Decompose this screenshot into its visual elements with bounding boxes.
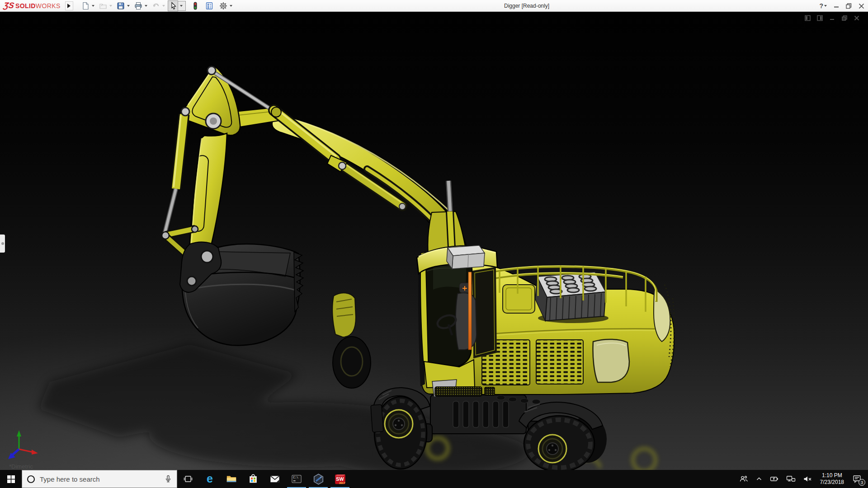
notification-badge: 3 bbox=[859, 479, 865, 486]
print-button[interactable] bbox=[132, 0, 143, 11]
people-icon bbox=[739, 475, 748, 483]
display-pane-icon[interactable] bbox=[817, 15, 823, 21]
solidworks-logo-works: WORKS bbox=[36, 2, 61, 9]
rebuild-button[interactable] bbox=[189, 0, 200, 11]
undo-button[interactable] bbox=[150, 0, 160, 11]
child-close-icon[interactable] bbox=[854, 15, 860, 21]
taskbar-search[interactable] bbox=[22, 470, 177, 488]
battery-button[interactable] bbox=[766, 470, 783, 488]
undo-dropdown[interactable] bbox=[162, 5, 165, 7]
svg-text:e: e bbox=[207, 473, 213, 485]
property-list-icon bbox=[205, 2, 213, 10]
solidworks-2017-icon: SW 2017 bbox=[335, 474, 346, 485]
rear-wheel[interactable] bbox=[519, 402, 607, 470]
orange-door-edge bbox=[468, 272, 472, 350]
taskbar-item-command-prompt[interactable]: C:\ bbox=[286, 470, 307, 488]
hexagon-app-icon bbox=[313, 474, 324, 485]
restore-button[interactable] bbox=[846, 3, 852, 9]
select-dropdown[interactable] bbox=[178, 1, 186, 11]
hidden-icons-button[interactable] bbox=[752, 470, 766, 488]
boom-mount[interactable] bbox=[428, 181, 467, 254]
open-dropdown[interactable] bbox=[109, 5, 112, 7]
store-icon bbox=[248, 474, 259, 484]
windows-logo-icon bbox=[7, 475, 15, 483]
action-center-button[interactable]: 3 bbox=[848, 470, 866, 488]
close-icon bbox=[859, 3, 864, 9]
save-icon bbox=[117, 2, 125, 10]
boom-head-pin bbox=[208, 66, 216, 75]
solidworks-logo: ƷS SOLID WORKS bbox=[0, 1, 65, 10]
taskbar-clock[interactable]: 1:10 PM 7/23/2018 bbox=[816, 472, 848, 486]
door-window bbox=[473, 267, 496, 358]
traffic-light-icon bbox=[191, 2, 199, 10]
document-title: Digger [Read-only] bbox=[504, 0, 549, 12]
volume-muted-icon bbox=[803, 475, 812, 483]
volume-button[interactable] bbox=[799, 470, 816, 488]
solidworks-window: ƷS SOLID WORKS bbox=[0, 0, 868, 488]
taskbar: e C:\ bbox=[0, 470, 868, 488]
view-orientation-label: *Dimetric bbox=[9, 463, 33, 470]
print-dropdown[interactable] bbox=[145, 5, 147, 7]
network-button[interactable] bbox=[783, 470, 799, 488]
front-left-wheel[interactable] bbox=[332, 293, 371, 388]
model-canvas[interactable] bbox=[0, 12, 868, 470]
print-icon bbox=[134, 2, 142, 10]
graphics-viewport[interactable]: *Dimetric bbox=[0, 12, 868, 470]
taskbar-item-mail[interactable] bbox=[264, 470, 286, 488]
menu-expand-button[interactable] bbox=[65, 1, 73, 10]
select-tool-button[interactable] bbox=[168, 0, 178, 11]
roof-box[interactable] bbox=[447, 245, 485, 269]
child-minimize-icon[interactable] bbox=[829, 15, 835, 21]
taskbar-item-store[interactable] bbox=[242, 470, 264, 488]
help-button[interactable]: ? bbox=[819, 2, 827, 9]
battery-charging-icon bbox=[770, 475, 779, 483]
options-button[interactable] bbox=[217, 0, 228, 11]
undo-icon bbox=[152, 2, 160, 10]
cortana-icon bbox=[27, 475, 35, 483]
help-dropdown bbox=[824, 5, 827, 7]
search-input[interactable] bbox=[40, 475, 160, 483]
svg-text:2017: 2017 bbox=[339, 481, 345, 484]
front-grille bbox=[435, 387, 482, 396]
window-controls: ? bbox=[819, 0, 864, 12]
save-button[interactable] bbox=[115, 0, 125, 11]
fm-tab-handle-icon bbox=[1, 242, 4, 245]
bucket-cylinder[interactable] bbox=[165, 114, 184, 234]
network-icon bbox=[786, 475, 796, 483]
child-restore-icon[interactable] bbox=[841, 15, 848, 21]
open-document-button[interactable] bbox=[97, 0, 108, 11]
svg-text:SW: SW bbox=[336, 476, 344, 481]
edge-icon: e bbox=[204, 473, 216, 485]
feature-pane-icon[interactable] bbox=[805, 15, 811, 21]
close-button[interactable] bbox=[859, 3, 864, 9]
new-document-button[interactable] bbox=[80, 0, 90, 11]
people-button[interactable] bbox=[736, 470, 752, 488]
taskbar-item-solidworks[interactable]: SW 2017 bbox=[329, 470, 351, 488]
dipper-arm[interactable] bbox=[189, 133, 227, 259]
mail-icon bbox=[269, 474, 280, 484]
taskbar-item-file-explorer[interactable] bbox=[221, 470, 242, 488]
engine-deck[interactable] bbox=[535, 272, 609, 323]
minimize-button[interactable] bbox=[834, 3, 839, 9]
clock-date: 7/23/2018 bbox=[820, 479, 844, 486]
child-window-controls bbox=[805, 15, 860, 21]
gear-icon bbox=[219, 2, 227, 10]
minimize-icon bbox=[834, 3, 839, 9]
restore-icon bbox=[846, 3, 852, 9]
command-prompt-icon: C:\ bbox=[291, 474, 302, 484]
taskbar-item-edge[interactable]: e bbox=[199, 470, 221, 488]
featuremanager-tab[interactable] bbox=[0, 235, 5, 253]
options-dropdown[interactable] bbox=[230, 5, 232, 7]
task-view-button[interactable] bbox=[177, 470, 199, 488]
system-tray: 1:10 PM 7/23/2018 3 bbox=[736, 470, 868, 488]
file-explorer-icon bbox=[226, 474, 237, 484]
chevron-up-icon bbox=[755, 475, 763, 483]
new-dropdown[interactable] bbox=[92, 5, 94, 7]
save-dropdown[interactable] bbox=[127, 5, 130, 7]
taskbar-item-hexagon-viewer[interactable] bbox=[307, 470, 329, 488]
microphone-icon[interactable] bbox=[164, 475, 172, 483]
start-button[interactable] bbox=[0, 470, 22, 488]
property-manager-button[interactable] bbox=[203, 0, 214, 11]
open-document-icon bbox=[99, 2, 107, 10]
main-toolbar bbox=[80, 0, 235, 11]
